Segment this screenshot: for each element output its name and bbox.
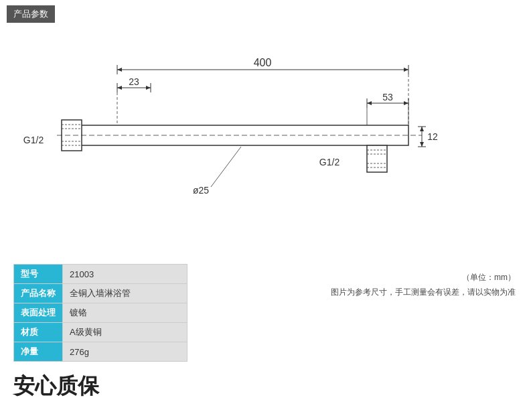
- bottom-section: 安心质保: [0, 362, 529, 408]
- spec-label: 材质: [14, 323, 63, 342]
- spec-value: 21003: [63, 265, 187, 284]
- table-row: 净量276g: [14, 342, 187, 362]
- svg-marker-2: [404, 68, 408, 72]
- svg-text:23: 23: [129, 76, 139, 87]
- svg-text:12: 12: [427, 131, 438, 142]
- specs-table: 型号21003产品名称全铜入墙淋浴管表面处理镀铬材质A级黄铜净量276g: [13, 264, 187, 362]
- svg-text:400: 400: [254, 57, 272, 68]
- spec-value: 镀铬: [63, 303, 187, 323]
- svg-text:G1/2: G1/2: [23, 135, 44, 145]
- svg-rect-30: [367, 145, 387, 172]
- spec-value: 全铜入墙淋浴管: [63, 284, 187, 303]
- svg-line-42: [211, 147, 241, 187]
- svg-marker-13: [367, 101, 372, 105]
- spec-label: 净量: [14, 342, 63, 362]
- svg-marker-7: [117, 86, 122, 90]
- unit-note: （单位：mm）: [214, 271, 516, 285]
- svg-marker-8: [146, 86, 151, 90]
- svg-text:ø25: ø25: [193, 185, 209, 196]
- spec-label: 型号: [14, 265, 63, 284]
- spec-value: 276g: [63, 342, 187, 362]
- note-area: （单位：mm） 图片为参考尺寸，手工测量会有误差，请以实物为准: [214, 264, 516, 299]
- header-title: 产品参数: [13, 9, 48, 19]
- header-bar: 产品参数: [7, 5, 55, 23]
- diagram-area: 400 23 53 12: [0, 23, 529, 264]
- svg-marker-20: [420, 142, 424, 147]
- svg-text:G1/2: G1/2: [319, 157, 340, 167]
- spec-value: A级黄铜: [63, 323, 187, 342]
- technical-diagram: 400 23 53 12: [13, 29, 516, 257]
- note-description: 图片为参考尺寸，手工测量会有误差，请以实物为准: [214, 285, 516, 300]
- table-row: 产品名称全铜入墙淋浴管: [14, 284, 187, 303]
- svg-text:53: 53: [382, 92, 393, 102]
- table-row: 材质A级黄铜: [14, 323, 187, 342]
- quality-title: 安心质保: [13, 372, 516, 401]
- svg-marker-19: [420, 127, 424, 131]
- spec-label: 表面处理: [14, 303, 63, 323]
- table-row: 表面处理镀铬: [14, 303, 187, 323]
- table-row: 型号21003: [14, 265, 187, 284]
- svg-marker-1: [117, 68, 122, 72]
- specs-section: 型号21003产品名称全铜入墙淋浴管表面处理镀铬材质A级黄铜净量276g （单位…: [0, 264, 529, 362]
- svg-marker-14: [404, 101, 408, 105]
- spec-label: 产品名称: [14, 284, 63, 303]
